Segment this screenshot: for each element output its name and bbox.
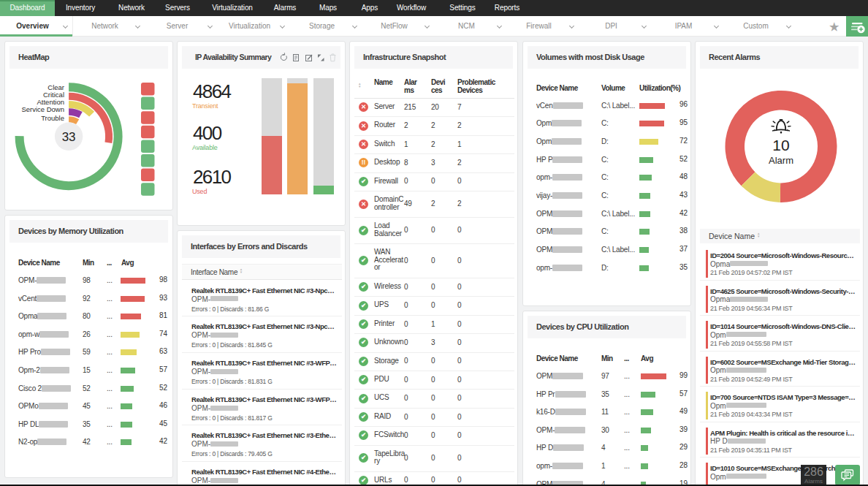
svg-text:Critical: Critical: [43, 91, 64, 99]
svg-text:Trouble: Trouble: [41, 114, 64, 122]
svg-text:Alarm: Alarm: [769, 155, 793, 166]
svg-text:10: 10: [772, 137, 789, 153]
svg-text:33: 33: [62, 130, 76, 144]
svg-text:Service Down: Service Down: [21, 105, 64, 113]
